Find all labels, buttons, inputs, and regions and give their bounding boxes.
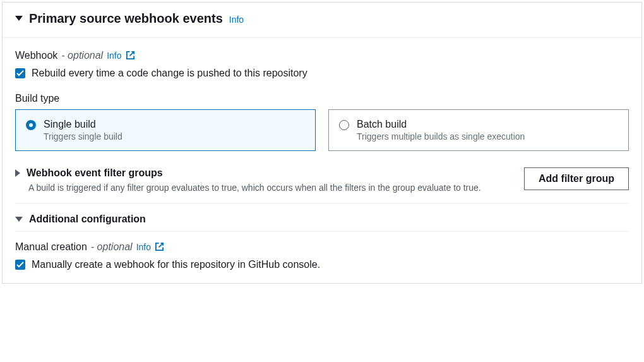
external-link-icon[interactable]	[126, 51, 135, 60]
manual-creation-optional: - optional	[91, 241, 133, 253]
filter-groups-title-row[interactable]: Webhook event filter groups	[15, 167, 511, 179]
additional-config-body: Manual creation - optional Info Manually…	[15, 232, 629, 270]
manual-external-link-icon[interactable]	[155, 242, 164, 251]
build-type-label: Build type	[15, 93, 629, 104]
filter-groups-left: Webhook event filter groups A build is t…	[15, 167, 511, 193]
batch-build-radio[interactable]	[339, 120, 349, 130]
panel-title: Primary source webhook events	[29, 11, 223, 26]
single-build-card[interactable]: Single build Triggers single build	[15, 109, 316, 151]
build-type-options: Single build Triggers single build Batch…	[15, 109, 629, 151]
filter-groups-title: Webhook event filter groups	[27, 167, 163, 179]
manual-creation-info-link[interactable]: Info	[136, 242, 151, 252]
webhook-info-link[interactable]: Info	[107, 51, 121, 61]
webhook-optional: - optional	[61, 50, 103, 61]
manual-checkbox-row: Manually create a webhook for this repos…	[15, 259, 629, 270]
panel-header: Primary source webhook events Info	[3, 3, 641, 38]
manual-create-checkbox[interactable]	[15, 260, 25, 270]
filter-groups-desc: A build is triggered if any filter group…	[15, 183, 511, 193]
single-build-radio[interactable]	[26, 120, 36, 130]
single-build-content: Single build Triggers single build	[44, 119, 122, 142]
expand-caret-right-icon	[15, 169, 20, 177]
additional-config-title-row[interactable]: Additional configuration	[15, 214, 629, 225]
additional-config-section: Additional configuration	[15, 214, 629, 232]
expand-caret-down-icon	[15, 217, 23, 222]
manual-creation-label: Manual creation	[15, 241, 87, 253]
batch-build-desc: Triggers multiple builds as single execu…	[357, 131, 525, 142]
add-filter-group-button[interactable]: Add filter group	[524, 167, 629, 190]
rebuild-checkbox-row: Rebuild every time a code change is push…	[15, 68, 629, 79]
manual-create-checkbox-label: Manually create a webhook for this repos…	[32, 259, 320, 270]
header-info-link[interactable]: Info	[229, 15, 244, 25]
batch-build-card[interactable]: Batch build Triggers multiple builds as …	[328, 109, 629, 151]
webhook-events-panel: Primary source webhook events Info Webho…	[2, 2, 642, 284]
webhook-label-row: Webhook - optional Info	[15, 49, 629, 61]
additional-config-title: Additional configuration	[29, 214, 146, 225]
webhook-label: Webhook	[15, 50, 57, 61]
manual-creation-label-row: Manual creation - optional Info	[15, 241, 629, 253]
rebuild-checkbox-label: Rebuild every time a code change is push…	[32, 68, 307, 79]
batch-build-content: Batch build Triggers multiple builds as …	[357, 119, 525, 142]
single-build-desc: Triggers single build	[44, 131, 122, 142]
single-build-title: Single build	[44, 119, 122, 130]
filter-groups-header-row: Webhook event filter groups A build is t…	[15, 167, 629, 193]
rebuild-checkbox[interactable]	[15, 68, 25, 78]
collapse-caret-icon[interactable]	[15, 16, 23, 21]
panel-body: Webhook - optional Info Rebuild every ti…	[3, 38, 641, 283]
batch-build-title: Batch build	[357, 119, 525, 130]
filter-groups-section: Webhook event filter groups A build is t…	[15, 167, 629, 203]
